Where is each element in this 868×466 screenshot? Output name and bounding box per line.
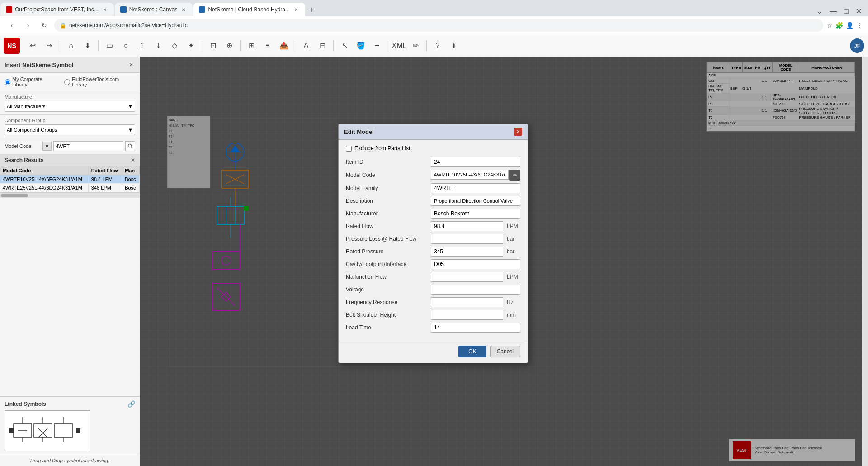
component-group-select[interactable]: All Component Groups ▼ <box>5 124 135 135</box>
fluidpower-library-radio[interactable]: FluidPowerTools.com Library <box>64 76 135 87</box>
hydraulic-symbol-svg <box>9 413 86 449</box>
address-input[interactable]: 🔒 netskeme.com/App/schematic?service=Hyd… <box>54 19 823 32</box>
window-close-btn[interactable]: ✕ <box>853 6 864 16</box>
result-row-2[interactable]: 4WRTE25V25L-4X/6EG24K31/A1M 348 LPM Bosc <box>0 184 140 192</box>
item-id-input[interactable] <box>431 157 520 167</box>
model-code-dropdown-btn[interactable]: ▼ <box>42 142 52 151</box>
right-scrollbar[interactable] <box>862 57 868 466</box>
exclude-checkbox[interactable] <box>346 146 352 152</box>
tab-list-btn[interactable]: ⌄ <box>814 6 825 16</box>
profile-btn[interactable]: 👤 <box>846 22 854 29</box>
my-corporate-library-label: My Corporate Library <box>12 76 59 87</box>
redo-btn[interactable]: ↪ <box>42 38 56 53</box>
forward-btn[interactable]: › <box>22 19 34 32</box>
model-family-input[interactable] <box>431 183 520 193</box>
left-panel-close[interactable]: × <box>127 61 135 69</box>
description-input[interactable] <box>431 196 520 206</box>
tab-1[interactable]: OurProjectSpace from VEST, Inc... ✕ <box>0 3 114 16</box>
text-btn[interactable]: A <box>299 38 313 53</box>
modal-close-btn[interactable]: × <box>514 128 522 136</box>
bookmark-star[interactable]: ☆ <box>827 22 833 29</box>
model-code-field-input[interactable] <box>431 170 509 180</box>
cavity-input[interactable] <box>431 259 520 269</box>
reload-btn[interactable]: ↻ <box>38 19 51 32</box>
tab-3-close[interactable]: ✕ <box>292 6 300 13</box>
pressure-loss-input[interactable] <box>431 234 503 244</box>
search-button[interactable] <box>125 141 135 151</box>
pointer-btn[interactable]: ↖ <box>337 38 352 53</box>
model-code-input[interactable] <box>53 141 123 151</box>
connector2-btn[interactable]: ⤵ <box>151 38 165 53</box>
rated-pressure-input[interactable] <box>431 247 503 257</box>
exclude-row: Exclude from Parts List <box>346 145 520 152</box>
new-tab-button[interactable]: + <box>306 4 318 16</box>
rated-flow-input[interactable] <box>431 221 503 231</box>
search-results-close[interactable]: ✕ <box>131 157 135 163</box>
left-panel-title: Insert NetSkeme Symbol <box>5 62 73 68</box>
connector-btn[interactable]: ⤴ <box>135 38 149 53</box>
star-btn[interactable]: ✦ <box>184 38 198 53</box>
home-btn[interactable]: ⌂ <box>64 38 78 53</box>
export-btn[interactable]: 📤 <box>277 38 291 53</box>
model-code-row: Model Code ✏ <box>346 170 520 181</box>
manufacturer-field-input[interactable] <box>431 209 520 219</box>
voltage-input[interactable] <box>431 285 520 295</box>
frequency-input[interactable] <box>431 297 503 307</box>
result-row-1[interactable]: 4WRTE10V25L-4X/6EG24K31/A1M 98.4 LPM Bos… <box>0 175 140 184</box>
extensions-btn[interactable]: 🧩 <box>835 22 843 29</box>
tab-1-close[interactable]: ✕ <box>101 6 108 13</box>
results-h-scrollbar-thumb[interactable] <box>1 194 28 197</box>
tab-2[interactable]: NetSkeme : Canvas ✕ <box>115 3 193 16</box>
user-avatar[interactable]: JF <box>850 38 864 53</box>
library-radio-group: My Corporate Library FluidPowerTools.com… <box>0 73 140 91</box>
lead-time-input[interactable] <box>431 323 520 333</box>
lines-btn[interactable]: ━ <box>370 38 384 53</box>
manufacturer-select[interactable]: All Manufacturers ▼ <box>5 101 135 112</box>
bucket-btn[interactable]: 🪣 <box>354 38 368 53</box>
malfunction-unit: LPM <box>507 274 520 280</box>
malfunction-row: Malfunction Flow LPM <box>346 272 520 282</box>
maximize-btn[interactable]: □ <box>841 6 851 16</box>
xml-btn[interactable]: XML <box>392 38 406 53</box>
app-logo: NS <box>4 38 20 54</box>
browser-menu[interactable]: ⋮ <box>856 22 863 29</box>
spreadsheet-btn[interactable]: ⊟ <box>315 38 330 53</box>
pen-btn[interactable]: ✏ <box>408 38 423 53</box>
malfunction-input[interactable] <box>431 272 503 282</box>
shapes-btn[interactable]: ◇ <box>167 38 182 53</box>
tab-2-close[interactable]: ✕ <box>180 6 187 13</box>
info-btn[interactable]: ℹ <box>447 38 461 53</box>
canvas-area[interactable]: NAME TYPE SIZE PU QTY MODEL CODE MANUFAC… <box>140 57 862 466</box>
minimize-btn[interactable]: — <box>827 6 840 16</box>
frame-btn[interactable]: ▭ <box>102 38 117 53</box>
help-btn[interactable]: ? <box>430 38 445 53</box>
model-code-edit-btn[interactable]: ✏ <box>509 170 520 181</box>
results-scroll-area: Model Code Rated Flow Man 4WRTE10V25L-4X… <box>0 166 140 192</box>
result-1-rated-flow: 98.4 LPM <box>88 175 122 184</box>
back-btn[interactable]: ‹ <box>5 19 18 32</box>
linked-symbols-link-icon[interactable]: 🔗 <box>127 400 135 408</box>
monitor-btn[interactable]: ⊡ <box>206 38 220 53</box>
sep2 <box>98 40 99 51</box>
download-btn[interactable]: ⬇ <box>80 38 94 53</box>
tab-3[interactable]: NetSkeme | Cloud-Based Hydra... ✕ <box>193 3 305 16</box>
ok-button[interactable]: OK <box>458 346 486 357</box>
exclude-label: Exclude from Parts List <box>354 145 410 152</box>
edit-model-modal: Edit Model × Exclude from Parts List Ite… <box>338 124 528 363</box>
pressure-loss-label: Pressure Loss @ Rated Flow <box>346 236 427 242</box>
model-code-field-label: Model Code <box>346 172 427 178</box>
modal-footer: OK Cancel <box>339 341 528 363</box>
description-row: Description <box>346 196 520 206</box>
bolt-shoulder-input[interactable] <box>431 310 503 320</box>
table-btn[interactable]: ≡ <box>260 38 275 53</box>
cancel-button[interactable]: Cancel <box>490 346 520 357</box>
my-corporate-library-radio[interactable]: My Corporate Library <box>5 76 59 87</box>
tab-2-label: NetSkeme : Canvas <box>129 6 178 13</box>
circle-btn[interactable]: ○ <box>118 38 133 53</box>
results-h-scrollbar[interactable] <box>0 192 140 198</box>
undo-btn[interactable]: ↩ <box>25 38 40 53</box>
grid-btn[interactable]: ⊞ <box>244 38 259 53</box>
insert-symbol-btn[interactable]: ⊕ <box>222 38 236 53</box>
search-results-header: Search Results ✕ <box>0 154 140 166</box>
frequency-unit: Hz <box>507 299 520 305</box>
